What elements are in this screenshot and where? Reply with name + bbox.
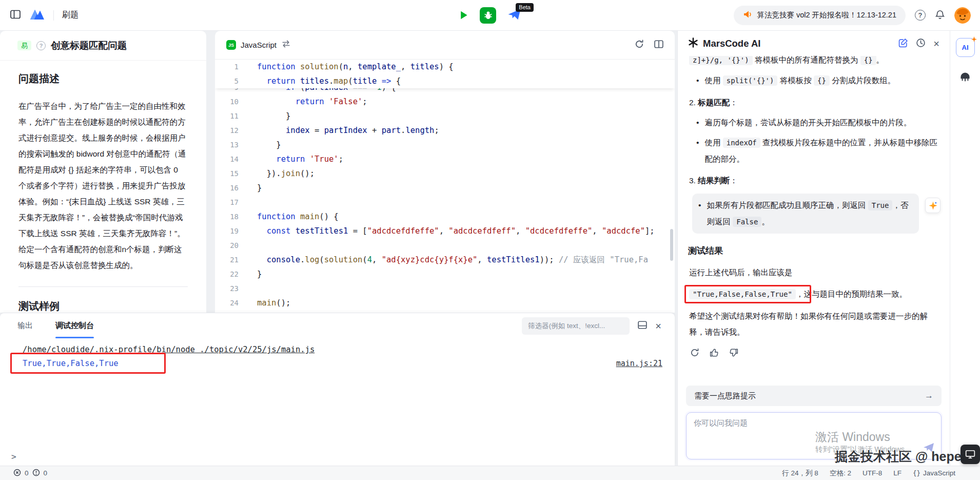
marscode-logo-icon[interactable]	[29, 8, 45, 23]
syntax-token: part	[382, 126, 401, 135]
inline-code-chip: True	[868, 200, 893, 210]
split-editor-icon[interactable]	[654, 40, 663, 50]
ai-input-box[interactable]	[686, 412, 942, 459]
encoding[interactable]: UTF-8	[863, 469, 882, 477]
syntax-token: titles	[300, 76, 329, 86]
insert-sparkle-icon[interactable]	[925, 198, 940, 213]
ai-message-block: 2. 标题匹配：	[689, 94, 940, 110]
panel-layout-icon[interactable]	[638, 321, 647, 331]
bold-text: 标题匹配	[698, 98, 730, 107]
sidebar-toggle-icon[interactable]	[10, 10, 21, 21]
syntax-token: join	[281, 169, 300, 178]
error-icon	[13, 469, 21, 478]
new-chat-icon[interactable]	[898, 38, 908, 49]
syntax-token: (	[348, 76, 352, 86]
editor-scrollbar[interactable]	[670, 229, 673, 261]
submit-button-wrap: Beta	[507, 8, 521, 23]
mascot-octopus-icon[interactable]	[958, 70, 972, 85]
line-number: 22	[215, 267, 249, 281]
syntax-token: ,	[439, 226, 449, 236]
syntax-token: 4	[367, 255, 372, 264]
difficulty-help-icon[interactable]: ?	[36, 41, 46, 50]
code-editor[interactable]: 1function solution(n, template_, titles)…	[215, 60, 675, 313]
indent-setting[interactable]: 空格: 2	[830, 469, 851, 478]
syntax-token: {	[391, 76, 401, 86]
repl-prompt[interactable]: >	[11, 452, 16, 462]
text-run: 将模板按	[777, 76, 814, 85]
bell-icon[interactable]	[935, 9, 945, 22]
syntax-token: "dcdcefdfeffe"	[525, 226, 593, 236]
text-run: 遍历每个标题，尝试从标题的开头开始匹配模板中的片段。	[704, 118, 911, 127]
source-link[interactable]: main.js:21	[616, 357, 662, 370]
syntax-token: "adcdcefdfeff"	[448, 226, 516, 236]
code-line: 19 const testTitles1 = ["adcdcefdfeffe",…	[215, 224, 675, 238]
debug-button[interactable]	[480, 7, 496, 24]
syntax-token: }	[257, 111, 290, 121]
syntax-token	[348, 226, 352, 236]
debug-console-output[interactable]: /home/cloudide/.nix-profile/bin/node ./t…	[0, 338, 675, 370]
status-bar: 0 0 行 24，列 8 空格: 2 UTF-8 LF {} JavaScrip…	[0, 466, 980, 480]
virtual-display-button[interactable]	[961, 445, 980, 464]
tab-debug-console[interactable]: 调试控制台	[55, 313, 94, 338]
code-lines: 9 if (partIndex === -1) {10 return 'Fals…	[215, 88, 675, 310]
code-line: 14 return 'True';	[215, 152, 675, 166]
syntax-token	[310, 126, 315, 135]
help-icon[interactable]: ?	[915, 10, 926, 21]
text-run: 3.	[689, 176, 698, 185]
bullet-text: 使用 split('{}') 将模板按 {} 分割成片段数组。	[704, 72, 895, 89]
editor-tab-label[interactable]: JavaScript	[241, 41, 277, 49]
error-count: 0	[25, 469, 29, 477]
language-mode[interactable]: {} JavaScript	[913, 469, 955, 477]
ai-message-block: 希望这个测试结果对你有帮助！如果你有任何问题或需要进一步的解释，请告诉我。	[689, 308, 940, 340]
editor-panel: JS JavaScript 1function solution(n, temp…	[215, 31, 675, 313]
console-result-value[interactable]: True,True,False,True	[23, 359, 119, 368]
syntax-token: .	[401, 126, 405, 135]
console-filter-input[interactable]	[522, 317, 630, 335]
syntax-token: main	[257, 298, 276, 308]
syntax-token: return	[276, 155, 305, 164]
sparkle-mini-icon	[971, 36, 977, 44]
code-text: function solution(n, template_, titles) …	[249, 60, 454, 74]
eol-setting[interactable]: LF	[893, 469, 901, 477]
cursor-position[interactable]: 行 24，列 8	[782, 469, 818, 478]
close-ai-panel-icon[interactable]: ×	[933, 39, 939, 49]
ai-section-heading: 测试结果	[688, 243, 940, 259]
syntax-token: template_	[358, 62, 401, 71]
editor-tab-actions	[635, 40, 663, 50]
code-line: 15 }).join();	[215, 166, 675, 181]
language-switch-icon[interactable]	[282, 40, 290, 50]
regenerate-icon[interactable]	[690, 348, 699, 359]
right-sidebar-strip: AI	[950, 31, 980, 466]
console-command-line[interactable]: /home/cloudide/.nix-profile/bin/node ./t…	[23, 343, 662, 356]
run-button[interactable]	[459, 10, 468, 20]
syntax-token: (	[319, 255, 324, 264]
suggestion-chip[interactable]: 需要一点思路提示 →	[686, 386, 942, 406]
syntax-token: return	[267, 76, 296, 86]
problems-summary[interactable]: 0 0	[0, 469, 47, 478]
beta-badge: Beta	[516, 3, 534, 12]
syntax-token: }).	[257, 169, 281, 178]
send-icon[interactable]	[923, 442, 935, 455]
ai-input-field[interactable]	[687, 413, 941, 459]
brand-label[interactable]: 刷题	[62, 10, 79, 21]
code-line: 22}	[215, 267, 675, 281]
announcement-banner[interactable]: 算法竞技赛 vol2 开始报名啦！12.13-12.21	[734, 6, 906, 25]
line-number: 23	[215, 281, 249, 296]
refresh-icon[interactable]	[635, 40, 644, 50]
thumbs-up-icon[interactable]	[710, 348, 719, 359]
code-text: }	[249, 138, 281, 152]
problem-header: 易 ? 创意标题匹配问题	[0, 31, 206, 61]
avatar[interactable]	[954, 7, 971, 24]
history-icon[interactable]	[916, 38, 926, 49]
tab-output[interactable]: 输出	[17, 313, 33, 338]
result-annotation-box: True,True,False,True	[23, 357, 119, 370]
code-line: 9 if (partIndex === -1) {	[215, 88, 675, 94]
ai-message-block: z]+}/g, '{}') 将模板中的所有通配符替换为 {}。	[689, 56, 940, 68]
ai-message-block: 3. 结果判断：	[689, 172, 940, 188]
syntax-token	[367, 126, 372, 135]
bullet-marker: •	[696, 72, 699, 89]
code-line: 17	[215, 195, 675, 209]
thumbs-down-icon[interactable]	[729, 348, 738, 359]
ai-assistant-badge-icon[interactable]: AI	[956, 38, 975, 57]
close-panel-icon[interactable]: ×	[655, 321, 661, 331]
